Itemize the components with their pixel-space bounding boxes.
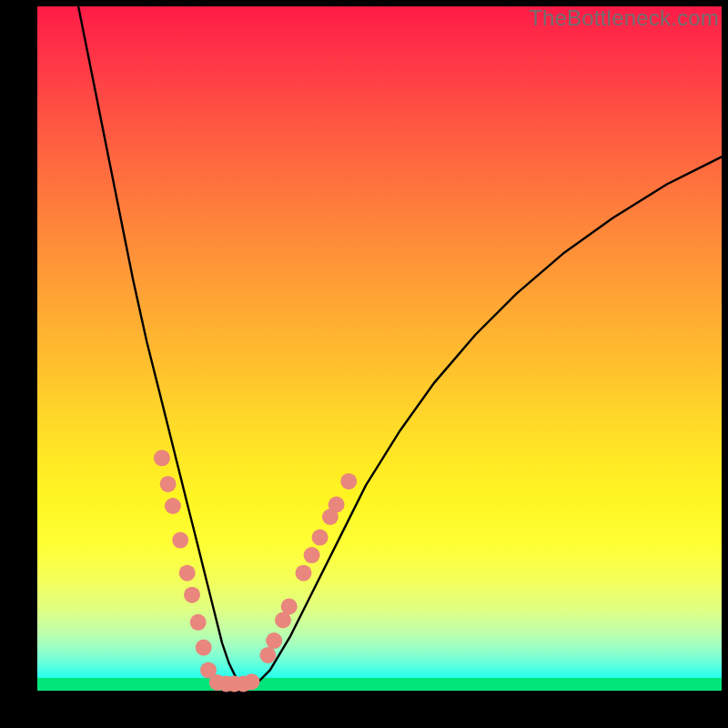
highlight-dot [165, 498, 181, 514]
highlight-dot [259, 647, 276, 663]
highlight-dot [196, 640, 212, 656]
highlight-dot [179, 565, 196, 581]
highlight-dot [281, 599, 298, 615]
highlight-dot [340, 473, 357, 490]
watermark-text: TheBottleneck.com [529, 5, 719, 31]
highlight-dot [190, 614, 207, 631]
highlight-dots [154, 450, 357, 692]
chart-svg [37, 6, 722, 691]
highlight-dot [312, 530, 329, 546]
highlight-dot [184, 587, 200, 603]
highlight-dot [266, 632, 282, 649]
highlight-dot [160, 476, 177, 492]
bottleneck-curve [78, 6, 722, 684]
highlight-dot [172, 532, 188, 549]
plot-area [37, 6, 722, 691]
highlight-dot [329, 497, 345, 513]
highlight-dot [154, 450, 170, 466]
highlight-dot [243, 673, 259, 690]
highlight-dot [296, 565, 312, 581]
highlight-dot [304, 547, 320, 563]
chart-frame: TheBottleneck.com [0, 0, 728, 728]
